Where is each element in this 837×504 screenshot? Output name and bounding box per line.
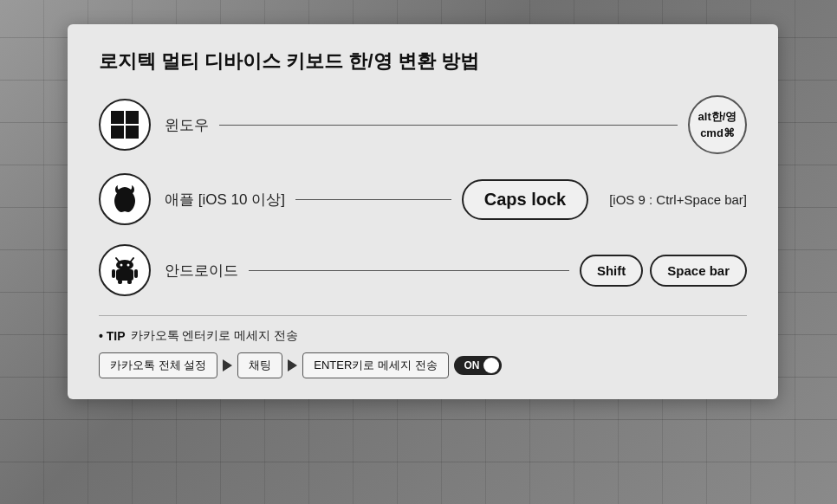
windows-line bbox=[219, 125, 678, 126]
svg-point-6 bbox=[116, 260, 133, 270]
shift-badge: Shift bbox=[580, 255, 643, 287]
caps-lock-badge: Caps lock bbox=[462, 179, 588, 220]
svg-point-7 bbox=[120, 264, 123, 267]
android-icon bbox=[109, 255, 140, 286]
windows-row: 윈도우 alt한/영 cmd⌘ bbox=[99, 95, 747, 154]
divider bbox=[99, 315, 747, 316]
info-card: 로지텍 멀티 디바이스 키보드 한/영 변환 방법 윈도우 alt한/영 cmd… bbox=[68, 24, 778, 399]
svg-point-8 bbox=[127, 264, 130, 267]
toggle-circle bbox=[483, 358, 499, 373]
svg-rect-13 bbox=[127, 280, 132, 284]
svg-rect-10 bbox=[112, 269, 115, 278]
android-line bbox=[249, 270, 569, 271]
apple-key-row: Caps lock [iOS 9 : Ctrl+Space bar] bbox=[462, 179, 747, 220]
toggle-label: ON bbox=[464, 359, 480, 372]
windows-label: 윈도우 bbox=[165, 115, 209, 135]
flow-arrow-1 bbox=[223, 359, 232, 372]
apple-row: 애플 [iOS 10 이상] Caps lock [iOS 9 : Ctrl+S… bbox=[99, 173, 747, 225]
alt-text: alt한/영 bbox=[698, 108, 737, 126]
apple-icon-circle bbox=[99, 173, 151, 225]
svg-rect-11 bbox=[134, 269, 138, 278]
tip-row: • TIP 카카오톡 엔터키로 메세지 전송 bbox=[99, 328, 747, 344]
apple-line bbox=[295, 199, 451, 200]
tip-bold: • TIP bbox=[99, 329, 126, 343]
flow-box-kakao[interactable]: 카카오톡 전체 설정 bbox=[99, 352, 217, 378]
card-title: 로지텍 멀티 디바이스 키보드 한/영 변환 방법 bbox=[99, 48, 747, 74]
cmd-text: cmd⌘ bbox=[700, 125, 735, 142]
svg-rect-9 bbox=[116, 269, 133, 281]
svg-rect-0 bbox=[111, 111, 124, 124]
flow-row: 카카오톡 전체 설정 채팅 ENTER키로 메세지 전송 ON bbox=[99, 352, 747, 378]
svg-rect-3 bbox=[126, 126, 139, 139]
android-row: 안드로이드 Shift Space bar bbox=[99, 244, 747, 296]
windows-icon-circle bbox=[99, 99, 151, 151]
ios9-label: [iOS 9 : Ctrl+Space bar] bbox=[609, 192, 747, 207]
flow-arrow-2 bbox=[288, 359, 297, 372]
alt-cmd-badge: alt한/영 cmd⌘ bbox=[688, 95, 747, 154]
apple-icon bbox=[109, 184, 140, 215]
svg-rect-1 bbox=[126, 111, 139, 124]
toggle-on[interactable]: ON bbox=[454, 356, 502, 375]
android-icon-circle bbox=[99, 244, 151, 296]
windows-icon bbox=[109, 109, 140, 140]
android-key-row: Shift Space bar bbox=[580, 255, 747, 287]
android-label: 안드로이드 bbox=[165, 261, 238, 281]
svg-rect-2 bbox=[111, 126, 124, 139]
spacebar-badge: Space bar bbox=[650, 255, 747, 287]
tip-text: 카카오톡 엔터키로 메세지 전송 bbox=[131, 328, 299, 344]
apple-label: 애플 [iOS 10 이상] bbox=[165, 190, 285, 210]
flow-box-enter[interactable]: ENTER키로 메세지 전송 bbox=[302, 352, 448, 378]
flow-box-chat[interactable]: 채팅 bbox=[237, 352, 282, 378]
svg-rect-12 bbox=[118, 280, 122, 284]
